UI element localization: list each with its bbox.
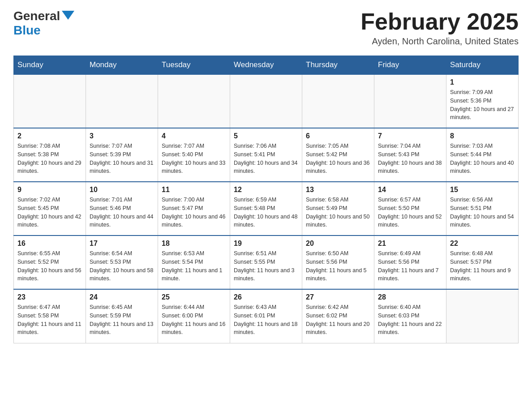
day-info: Sunrise: 6:59 AMSunset: 5:48 PMDaylight:… bbox=[234, 196, 298, 229]
day-info: Sunrise: 6:44 AMSunset: 6:00 PMDaylight:… bbox=[162, 303, 226, 337]
day-info: Sunrise: 6:51 AMSunset: 5:55 PMDaylight:… bbox=[234, 249, 298, 283]
calendar-cell: 12Sunrise: 6:59 AMSunset: 5:48 PMDayligh… bbox=[230, 182, 302, 235]
day-info: Sunrise: 6:53 AMSunset: 5:54 PMDaylight:… bbox=[162, 249, 226, 283]
day-info: Sunrise: 7:04 AMSunset: 5:43 PMDaylight:… bbox=[378, 142, 442, 176]
day-number: 20 bbox=[306, 240, 370, 248]
day-info: Sunrise: 7:07 AMSunset: 5:39 PMDaylight:… bbox=[90, 142, 154, 176]
day-number: 12 bbox=[234, 186, 298, 194]
day-number: 2 bbox=[17, 132, 82, 140]
weekday-header-monday: Monday bbox=[86, 56, 158, 75]
day-number: 25 bbox=[162, 293, 226, 301]
day-info: Sunrise: 6:50 AMSunset: 5:56 PMDaylight:… bbox=[306, 249, 370, 283]
day-info: Sunrise: 7:06 AMSunset: 5:41 PMDaylight:… bbox=[234, 142, 298, 176]
day-info: Sunrise: 6:40 AMSunset: 6:03 PMDaylight:… bbox=[378, 303, 442, 337]
calendar-cell: 17Sunrise: 6:54 AMSunset: 5:53 PMDayligh… bbox=[86, 235, 158, 289]
calendar-cell: 8Sunrise: 7:03 AMSunset: 5:44 PMDaylight… bbox=[446, 128, 519, 182]
day-info: Sunrise: 6:54 AMSunset: 5:53 PMDaylight:… bbox=[90, 249, 154, 283]
day-info: Sunrise: 7:09 AMSunset: 5:36 PMDaylight:… bbox=[450, 88, 515, 122]
week-row-5: 23Sunrise: 6:47 AMSunset: 5:58 PMDayligh… bbox=[14, 289, 519, 343]
calendar-cell: 18Sunrise: 6:53 AMSunset: 5:54 PMDayligh… bbox=[158, 235, 230, 289]
calendar-cell bbox=[446, 289, 519, 343]
logo-general-text: General bbox=[13, 9, 60, 23]
day-info: Sunrise: 6:58 AMSunset: 5:49 PMDaylight:… bbox=[306, 196, 370, 229]
day-info: Sunrise: 7:05 AMSunset: 5:42 PMDaylight:… bbox=[306, 142, 370, 176]
day-info: Sunrise: 6:56 AMSunset: 5:51 PMDaylight:… bbox=[450, 196, 515, 229]
calendar-cell: 14Sunrise: 6:57 AMSunset: 5:50 PMDayligh… bbox=[374, 182, 446, 235]
weekday-header-saturday: Saturday bbox=[446, 56, 519, 75]
day-info: Sunrise: 6:45 AMSunset: 5:59 PMDaylight:… bbox=[90, 303, 154, 337]
calendar-cell: 20Sunrise: 6:50 AMSunset: 5:56 PMDayligh… bbox=[302, 235, 374, 289]
day-number: 8 bbox=[450, 132, 515, 140]
day-number: 7 bbox=[378, 132, 442, 140]
calendar-table: SundayMondayTuesdayWednesdayThursdayFrid… bbox=[13, 56, 519, 343]
calendar-cell: 21Sunrise: 6:49 AMSunset: 5:56 PMDayligh… bbox=[374, 235, 446, 289]
week-row-1: 1Sunrise: 7:09 AMSunset: 5:36 PMDaylight… bbox=[14, 74, 519, 128]
day-info: Sunrise: 7:07 AMSunset: 5:40 PMDaylight:… bbox=[162, 142, 226, 176]
day-number: 19 bbox=[234, 240, 298, 248]
calendar-cell: 6Sunrise: 7:05 AMSunset: 5:42 PMDaylight… bbox=[302, 128, 374, 182]
title-area: February 2025 Ayden, North Carolina, Uni… bbox=[360, 9, 519, 47]
day-number: 15 bbox=[450, 186, 515, 194]
day-number: 1 bbox=[450, 78, 515, 86]
day-number: 6 bbox=[306, 132, 370, 140]
day-number: 27 bbox=[306, 293, 370, 301]
day-number: 5 bbox=[234, 132, 298, 140]
day-number: 11 bbox=[162, 186, 226, 194]
weekday-header-tuesday: Tuesday bbox=[158, 56, 230, 75]
day-number: 10 bbox=[90, 186, 154, 194]
calendar-cell: 9Sunrise: 7:02 AMSunset: 5:45 PMDaylight… bbox=[14, 182, 86, 235]
day-number: 3 bbox=[90, 132, 154, 140]
calendar-cell: 27Sunrise: 6:42 AMSunset: 6:02 PMDayligh… bbox=[302, 289, 374, 343]
calendar-cell: 4Sunrise: 7:07 AMSunset: 5:40 PMDaylight… bbox=[158, 128, 230, 182]
calendar-cell: 5Sunrise: 7:06 AMSunset: 5:41 PMDaylight… bbox=[230, 128, 302, 182]
calendar-cell bbox=[158, 74, 230, 128]
calendar-cell: 23Sunrise: 6:47 AMSunset: 5:58 PMDayligh… bbox=[14, 289, 86, 343]
month-title: February 2025 bbox=[360, 9, 519, 34]
day-info: Sunrise: 6:55 AMSunset: 5:52 PMDaylight:… bbox=[17, 249, 82, 283]
calendar-cell: 25Sunrise: 6:44 AMSunset: 6:00 PMDayligh… bbox=[158, 289, 230, 343]
calendar-cell: 26Sunrise: 6:43 AMSunset: 6:01 PMDayligh… bbox=[230, 289, 302, 343]
day-info: Sunrise: 6:43 AMSunset: 6:01 PMDaylight:… bbox=[234, 303, 298, 337]
calendar-cell: 16Sunrise: 6:55 AMSunset: 5:52 PMDayligh… bbox=[14, 235, 86, 289]
calendar-cell bbox=[302, 74, 374, 128]
day-info: Sunrise: 6:49 AMSunset: 5:56 PMDaylight:… bbox=[378, 249, 442, 283]
week-row-4: 16Sunrise: 6:55 AMSunset: 5:52 PMDayligh… bbox=[14, 235, 519, 289]
week-row-2: 2Sunrise: 7:08 AMSunset: 5:38 PMDaylight… bbox=[14, 128, 519, 182]
weekday-header-thursday: Thursday bbox=[302, 56, 374, 75]
calendar-cell: 11Sunrise: 7:00 AMSunset: 5:47 PMDayligh… bbox=[158, 182, 230, 235]
calendar-cell: 13Sunrise: 6:58 AMSunset: 5:49 PMDayligh… bbox=[302, 182, 374, 235]
day-info: Sunrise: 7:03 AMSunset: 5:44 PMDaylight:… bbox=[450, 142, 515, 176]
logo-blue-text: Blue bbox=[13, 23, 41, 38]
day-number: 16 bbox=[17, 240, 82, 248]
day-number: 21 bbox=[378, 240, 442, 248]
day-info: Sunrise: 6:47 AMSunset: 5:58 PMDaylight:… bbox=[17, 303, 82, 337]
day-info: Sunrise: 6:42 AMSunset: 6:02 PMDaylight:… bbox=[306, 303, 370, 337]
day-info: Sunrise: 6:57 AMSunset: 5:50 PMDaylight:… bbox=[378, 196, 442, 229]
calendar-cell: 19Sunrise: 6:51 AMSunset: 5:55 PMDayligh… bbox=[230, 235, 302, 289]
day-number: 18 bbox=[162, 240, 226, 248]
logo: General Blue bbox=[13, 9, 74, 38]
weekday-header-sunday: Sunday bbox=[14, 56, 86, 75]
day-info: Sunrise: 7:02 AMSunset: 5:45 PMDaylight:… bbox=[17, 196, 82, 229]
weekday-header-friday: Friday bbox=[374, 56, 446, 75]
weekday-header-wednesday: Wednesday bbox=[230, 56, 302, 75]
calendar-cell: 24Sunrise: 6:45 AMSunset: 5:59 PMDayligh… bbox=[86, 289, 158, 343]
logo-triangle-icon bbox=[62, 11, 74, 20]
day-number: 4 bbox=[162, 132, 226, 140]
page-header: General Blue February 2025 Ayden, North … bbox=[13, 9, 519, 47]
day-info: Sunrise: 7:08 AMSunset: 5:38 PMDaylight:… bbox=[17, 142, 82, 176]
weekday-header-row: SundayMondayTuesdayWednesdayThursdayFrid… bbox=[14, 56, 519, 75]
calendar-cell: 2Sunrise: 7:08 AMSunset: 5:38 PMDaylight… bbox=[14, 128, 86, 182]
calendar-cell bbox=[374, 74, 446, 128]
day-number: 13 bbox=[306, 186, 370, 194]
week-row-3: 9Sunrise: 7:02 AMSunset: 5:45 PMDaylight… bbox=[14, 182, 519, 235]
day-number: 22 bbox=[450, 240, 515, 248]
calendar-cell: 22Sunrise: 6:48 AMSunset: 5:57 PMDayligh… bbox=[446, 235, 519, 289]
day-number: 24 bbox=[90, 293, 154, 301]
calendar-cell: 7Sunrise: 7:04 AMSunset: 5:43 PMDaylight… bbox=[374, 128, 446, 182]
day-info: Sunrise: 7:00 AMSunset: 5:47 PMDaylight:… bbox=[162, 196, 226, 229]
day-number: 9 bbox=[17, 186, 82, 194]
calendar-cell bbox=[14, 74, 86, 128]
calendar-cell: 15Sunrise: 6:56 AMSunset: 5:51 PMDayligh… bbox=[446, 182, 519, 235]
calendar-cell: 10Sunrise: 7:01 AMSunset: 5:46 PMDayligh… bbox=[86, 182, 158, 235]
